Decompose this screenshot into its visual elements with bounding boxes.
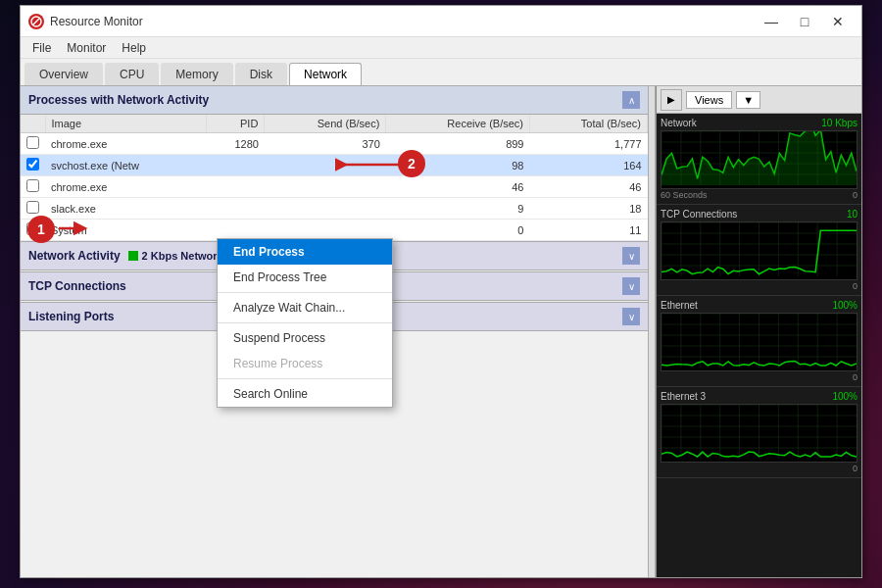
close-button[interactable]: ✕ bbox=[822, 10, 854, 33]
tab-memory[interactable]: Memory bbox=[161, 63, 232, 85]
row-checkbox[interactable] bbox=[21, 176, 45, 198]
chart-zero-label: 0 bbox=[853, 464, 858, 473]
chart-time-label: 60 Seconds bbox=[661, 190, 708, 200]
chart-label: Network 10 Kbps bbox=[661, 118, 858, 128]
context-menu-item[interactable]: End Process Tree bbox=[218, 265, 392, 290]
menu-file[interactable]: File bbox=[24, 39, 59, 57]
process-receive: 46 bbox=[386, 176, 530, 198]
table-row[interactable]: svchost.exe (Netw 98 164 bbox=[21, 155, 648, 176]
views-button[interactable]: Views bbox=[686, 91, 732, 109]
chart-svg bbox=[662, 405, 857, 459]
views-dropdown-button[interactable]: ▼ bbox=[736, 91, 760, 109]
processes-collapse-btn[interactable]: ∧ bbox=[622, 91, 640, 109]
process-pid bbox=[207, 155, 265, 176]
tabs-bar: Overview CPU Memory Disk Network bbox=[21, 59, 861, 86]
tab-overview[interactable]: Overview bbox=[24, 63, 103, 85]
tab-disk[interactable]: Disk bbox=[235, 63, 287, 85]
minimize-button[interactable]: — bbox=[756, 10, 787, 33]
context-menu-item[interactable]: Suspend Process bbox=[218, 325, 392, 351]
table-row[interactable]: slack.exe 9 18 bbox=[21, 198, 648, 220]
processes-section-header: Processes with Network Activity ∧ bbox=[21, 86, 648, 115]
right-top-bar: ▶ Views ▼ bbox=[657, 86, 861, 114]
context-menu-separator bbox=[218, 322, 392, 323]
context-menu-item[interactable]: End Process bbox=[218, 239, 392, 265]
process-total: 46 bbox=[529, 176, 647, 198]
process-pid bbox=[207, 176, 265, 198]
chart-canvas bbox=[661, 404, 858, 463]
process-checkbox[interactable] bbox=[26, 179, 39, 192]
processes-table-container[interactable]: Image PID Send (B/sec) Receive (B/sec) T… bbox=[21, 115, 648, 241]
row-checkbox[interactable] bbox=[21, 133, 45, 155]
process-pid bbox=[207, 198, 265, 220]
col-pid: PID bbox=[207, 115, 265, 133]
chart-value: 10 bbox=[847, 209, 858, 220]
process-image: chrome.exe bbox=[45, 133, 207, 155]
menu-monitor[interactable]: Monitor bbox=[59, 39, 114, 57]
chart-svg bbox=[662, 222, 857, 276]
chart-title: Ethernet bbox=[661, 300, 698, 311]
menu-help[interactable]: Help bbox=[114, 39, 154, 57]
col-receive: Receive (B/sec) bbox=[386, 115, 530, 133]
context-menu-item[interactable]: Search Online bbox=[218, 381, 392, 407]
chart-svg bbox=[662, 314, 857, 368]
chart-bottom: 0 bbox=[661, 372, 858, 382]
process-image: svchost.exe (Netw bbox=[45, 155, 207, 176]
annotation-arrow-1 bbox=[59, 214, 88, 243]
network-io-icon bbox=[128, 251, 138, 261]
maximize-button[interactable]: □ bbox=[789, 10, 820, 33]
listening-collapse-btn[interactable]: ∨ bbox=[622, 308, 640, 325]
process-image: chrome.exe bbox=[45, 176, 207, 198]
chart-zero-label: 0 bbox=[853, 372, 858, 382]
context-menu-separator bbox=[218, 378, 392, 379]
title-bar: Resource Monitor — □ ✕ bbox=[21, 6, 861, 37]
annotation-1: 1 bbox=[27, 216, 55, 243]
main-window: Resource Monitor — □ ✕ File Monitor Help… bbox=[20, 5, 862, 578]
tcp-collapse-btn[interactable]: ∨ bbox=[622, 277, 640, 295]
table-row[interactable]: chrome.exe 1280 370 899 1,777 bbox=[21, 133, 648, 155]
chart-section: Ethernet 100% 0 bbox=[657, 296, 861, 387]
col-image: Image bbox=[45, 115, 207, 133]
col-checkbox bbox=[21, 115, 45, 133]
app-icon bbox=[28, 14, 44, 29]
network-activity-title: Network Activity bbox=[28, 249, 121, 263]
table-row[interactable]: chrome.exe 46 46 bbox=[21, 176, 648, 198]
processes-table: Image PID Send (B/sec) Receive (B/sec) T… bbox=[21, 115, 648, 241]
chart-bottom: 0 bbox=[661, 464, 858, 473]
tab-network[interactable]: Network bbox=[289, 63, 362, 85]
menu-bar: File Monitor Help bbox=[21, 37, 861, 59]
process-checkbox[interactable] bbox=[26, 158, 39, 171]
tcp-connections-title: TCP Connections bbox=[28, 279, 126, 293]
chart-section: Ethernet 3 100% 0 bbox=[657, 387, 861, 478]
chart-title: Network bbox=[661, 118, 697, 128]
process-total: 1,777 bbox=[529, 133, 647, 155]
chart-label: Ethernet 3 100% bbox=[661, 391, 858, 402]
chart-label: Ethernet 100% bbox=[661, 300, 858, 311]
tab-cpu[interactable]: CPU bbox=[105, 63, 159, 85]
chart-title: TCP Connections bbox=[661, 209, 737, 220]
process-receive: 9 bbox=[386, 198, 530, 220]
chart-value: 100% bbox=[832, 391, 858, 402]
chart-bottom: 60 Seconds 0 bbox=[661, 190, 858, 200]
col-total: Total (B/sec) bbox=[529, 115, 647, 133]
charts-container[interactable]: Network 10 Kbps 60 Seconds 0 TCP Connect… bbox=[657, 114, 861, 577]
chart-title: Ethernet 3 bbox=[661, 391, 706, 402]
process-pid: 1280 bbox=[207, 133, 265, 155]
context-menu-item: Resume Process bbox=[218, 351, 392, 376]
window-controls: — □ ✕ bbox=[756, 10, 854, 33]
context-menu-item[interactable]: Analyze Wait Chain... bbox=[218, 295, 392, 320]
process-checkbox[interactable] bbox=[26, 201, 39, 214]
process-checkbox[interactable] bbox=[26, 136, 39, 149]
chart-svg bbox=[662, 131, 857, 185]
processes-title: Processes with Network Activity bbox=[28, 93, 209, 107]
chart-canvas bbox=[661, 221, 858, 280]
chart-canvas bbox=[661, 313, 858, 371]
process-receive: 0 bbox=[386, 220, 530, 241]
process-send bbox=[265, 198, 386, 220]
left-panel: Processes with Network Activity ∧ Image … bbox=[21, 86, 648, 577]
network-activity-collapse-btn[interactable]: ∨ bbox=[622, 247, 640, 265]
chart-value: 10 Kbps bbox=[821, 118, 858, 128]
chart-section: TCP Connections 10 0 bbox=[657, 205, 861, 296]
row-checkbox[interactable] bbox=[21, 155, 45, 176]
expand-button[interactable]: ▶ bbox=[661, 89, 682, 111]
scroll-divider[interactable] bbox=[648, 86, 656, 577]
